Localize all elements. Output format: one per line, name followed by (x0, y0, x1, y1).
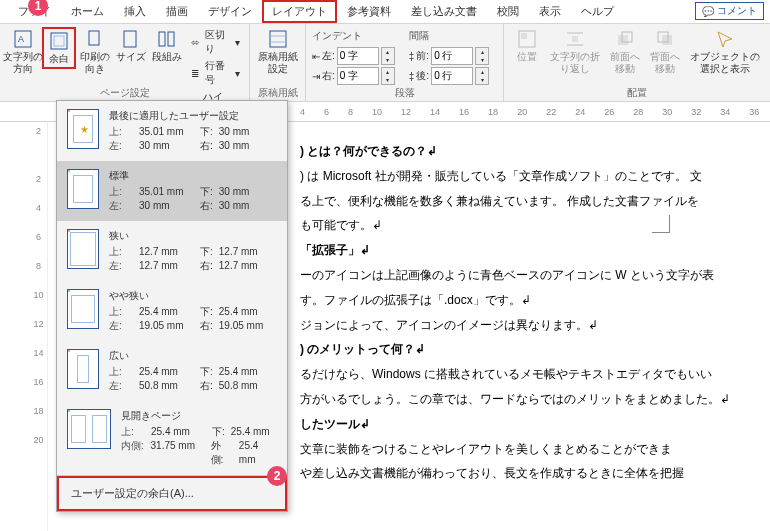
doc-line: す。ファイルの拡張子は「.docx」です。↲ (300, 289, 760, 312)
comment-icon: 💬 (702, 6, 714, 17)
svg-rect-6 (159, 32, 165, 46)
genkou-button[interactable]: 原稿用紙 設定 (256, 27, 299, 76)
group-paragraph: インデント ⇤左:▴▾ ⇥右:▴▾ 間隔 ‡前:▴▾ ‡後:▴▾ 段落 (306, 24, 504, 101)
tab-draw[interactable]: 描画 (156, 0, 198, 23)
group-genkou: 原稿用紙 設定 原稿用紙 (250, 24, 306, 101)
spacing-controls: 間隔 ‡前:▴▾ ‡後:▴▾ (409, 29, 489, 85)
indent-left-spin[interactable]: ▴▾ (381, 47, 395, 65)
svg-rect-16 (618, 35, 628, 45)
doc-line: や差し込み文書機能が備わっており、長文を作成するときに全体を把握 (300, 462, 760, 485)
preset-wide[interactable]: 広い 上:25.4 mm下:25.4 mm 左:50.8 mm右:50.8 mm (57, 341, 287, 401)
svg-rect-4 (89, 31, 99, 45)
margin-icon (67, 409, 111, 449)
group-label-page: ページ設定 (0, 86, 249, 100)
wrap-text-button[interactable]: 文字列の折 り返し (546, 27, 604, 76)
svg-rect-13 (572, 36, 578, 42)
spacing-after-input[interactable] (431, 67, 473, 85)
doc-line: 文章に装飾をつけることやレイアウトを美しくまとめることができま (300, 438, 760, 461)
document-body[interactable]: ) とは？何ができるの？↲ ) は Microsoft 社が開発・販売している「… (300, 140, 760, 487)
margin-icon (67, 229, 99, 269)
custom-margins-item[interactable]: ユーザー設定の余白(A)... 2 (57, 476, 287, 511)
doc-line: ジョンによって、アイコンのイメージは異なります。↲ (300, 314, 760, 337)
svg-rect-5 (124, 31, 136, 47)
position-button[interactable]: 位置 (510, 27, 544, 65)
spacing-before-spin[interactable]: ▴▾ (475, 47, 489, 65)
indent-right-spin[interactable]: ▴▾ (381, 67, 395, 85)
tab-mailings[interactable]: 差し込み文書 (401, 0, 487, 23)
group-label-paper: 原稿用紙 (250, 86, 305, 100)
preset-narrow[interactable]: 狭い 上:12.7 mm下:12.7 mm 左:12.7 mm右:12.7 mm (57, 221, 287, 281)
text-direction-button[interactable]: A文字列の 方向 (6, 27, 40, 76)
ribbon: A文字列の 方向 余白 印刷の 向き サイズ 段組み ⬄区切り▾ ≣行番号▾ b… (0, 24, 770, 102)
svg-text:A: A (18, 34, 24, 44)
doc-line: る上で、便利な機能を数多く兼ね備えています。 作成した文書ファイルを (300, 190, 760, 213)
vertical-ruler[interactable]: 22468101214161820 (30, 122, 48, 531)
doc-line: 方がいるでしょう。この章では、ワードならではのメリットをまとめました。↲ (300, 388, 760, 411)
doc-line: も可能です。↲ (300, 214, 760, 237)
callout-2: 2 (267, 466, 287, 486)
tab-review[interactable]: 校閲 (487, 0, 529, 23)
selection-pane-button[interactable]: オブジェクトの 選択と表示 (686, 27, 764, 76)
tab-view[interactable]: 表示 (529, 0, 571, 23)
tab-help[interactable]: ヘルプ (571, 0, 624, 23)
indent-right-input[interactable] (337, 67, 379, 85)
group-label-para: 段落 (306, 86, 503, 100)
margin-icon (67, 289, 99, 329)
breaks-button[interactable]: ⬄区切り▾ (186, 27, 243, 57)
margin-icon (67, 349, 99, 389)
group-label-arrange: 配置 (504, 86, 770, 100)
tab-references[interactable]: 参考資料 (337, 0, 401, 23)
tab-insert[interactable]: 挿入 (114, 0, 156, 23)
orientation-button[interactable]: 印刷の 向き (78, 27, 112, 76)
svg-rect-2 (51, 33, 67, 49)
doc-line: るだけなら、Windows に搭載されているメモ帳やテキストエディタでもいい (300, 363, 760, 386)
group-page-setup: A文字列の 方向 余白 印刷の 向き サイズ 段組み ⬄区切り▾ ≣行番号▾ b… (0, 24, 250, 101)
svg-rect-12 (521, 33, 527, 39)
ribbon-tabs: 1 ファイ ホーム 挿入 描画 デザイン レイアウト 参考資料 差し込み文書 校… (0, 0, 770, 24)
comment-button[interactable]: 💬コメント (695, 2, 764, 20)
margins-dropdown: ★ 最後に適用したユーザー設定 上:35.01 mm下:30 mm 左:30 m… (56, 100, 288, 512)
svg-rect-18 (662, 35, 672, 45)
margin-icon: ★ (67, 109, 99, 149)
doc-heading: 「拡張子」↲ (300, 239, 760, 262)
preset-mirrored[interactable]: 見開きページ 上:25.4 mm下:25.4 mm 内側:31.75 mm外側:… (57, 401, 287, 475)
margin-icon (67, 169, 99, 209)
tab-home[interactable]: ホーム (61, 0, 114, 23)
line-numbers-button[interactable]: ≣行番号▾ (186, 58, 243, 88)
preset-moderate[interactable]: やや狭い 上:25.4 mm下:25.4 mm 左:19.05 mm右:19.0… (57, 281, 287, 341)
doc-heading: ) のメリットって何？↲ (300, 338, 760, 361)
group-arrange: 位置 文字列の折 り返し 前面へ 移動 背面へ 移動 オブジェクトの 選択と表示… (504, 24, 770, 101)
doc-line: ーのアイコンは上記画像のように青色ベースのアイコンに W という文字が表 (300, 264, 760, 287)
doc-heading: したツール↲ (300, 413, 760, 436)
svg-rect-7 (168, 32, 174, 46)
bring-forward-button[interactable]: 前面へ 移動 (606, 27, 644, 76)
columns-button[interactable]: 段組み (150, 27, 184, 65)
svg-rect-3 (54, 36, 64, 46)
send-backward-button[interactable]: 背面へ 移動 (646, 27, 684, 76)
doc-line: ) は Microsoft 社が開発・販売している「文章作成ソフト」のことです。… (300, 165, 760, 188)
preset-normal[interactable]: 標準 上:35.01 mm下:30 mm 左:30 mm右:30 mm (57, 161, 287, 221)
tab-design[interactable]: デザイン (198, 0, 262, 23)
doc-heading: ) とは？何ができるの？↲ (300, 140, 760, 163)
size-button[interactable]: サイズ (114, 27, 148, 65)
tab-layout[interactable]: レイアウト (262, 0, 337, 23)
indent-controls: インデント ⇤左:▴▾ ⇥右:▴▾ (312, 29, 395, 85)
preset-last-custom[interactable]: ★ 最後に適用したユーザー設定 上:35.01 mm下:30 mm 左:30 m… (57, 101, 287, 161)
margins-button[interactable]: 余白 (42, 27, 76, 69)
indent-left-input[interactable] (337, 47, 379, 65)
spacing-after-spin[interactable]: ▴▾ (475, 67, 489, 85)
svg-rect-8 (270, 31, 286, 47)
spacing-before-input[interactable] (431, 47, 473, 65)
